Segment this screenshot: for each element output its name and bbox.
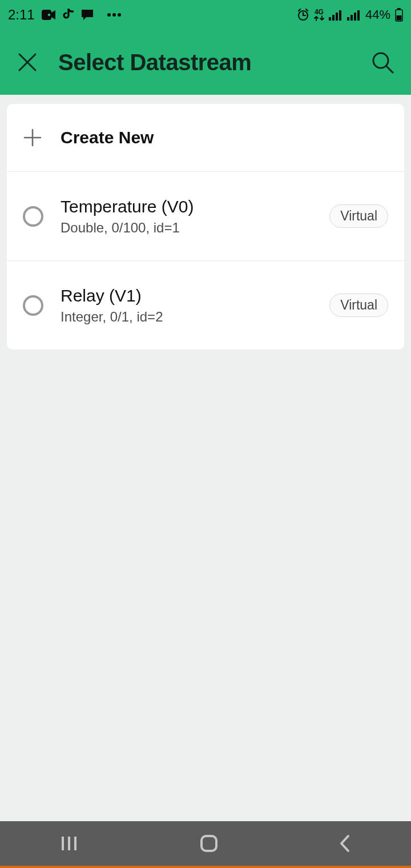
datastream-title: Temperature (V0) (61, 197, 312, 216)
battery-icon (395, 8, 403, 22)
datastream-subtitle: Double, 0/100, id=1 (61, 220, 312, 236)
svg-rect-12 (354, 13, 356, 21)
svg-point-1 (47, 14, 50, 17)
datastream-badge: Virtual (329, 204, 388, 228)
close-icon[interactable] (16, 51, 39, 74)
svg-rect-11 (350, 15, 353, 21)
svg-rect-13 (357, 10, 360, 21)
datastream-badge: Virtual (329, 294, 388, 317)
back-button[interactable] (338, 834, 352, 853)
svg-point-3 (112, 13, 116, 17)
signal-secondary-icon (347, 9, 361, 21)
svg-rect-21 (202, 836, 216, 851)
signal-icon (329, 9, 342, 21)
recents-button[interactable] (59, 835, 80, 852)
status-right: 4G 44% (297, 7, 403, 22)
svg-rect-6 (329, 17, 331, 21)
create-new-row[interactable]: Create New (7, 104, 404, 171)
status-left: 2:11 (8, 7, 122, 23)
svg-rect-18 (62, 837, 64, 850)
tiktok-icon (62, 9, 74, 21)
radio-unselected-icon[interactable] (23, 206, 43, 227)
home-button[interactable] (199, 833, 219, 854)
svg-point-2 (107, 13, 111, 17)
datastream-text: Relay (V1) Integer, 0/1, id=2 (61, 286, 312, 325)
svg-rect-19 (68, 837, 70, 850)
svg-rect-9 (339, 10, 341, 21)
app-header: Select Datastream (0, 30, 411, 95)
datastream-subtitle: Integer, 0/1, id=2 (61, 309, 312, 325)
plus-icon (23, 128, 42, 147)
battery-text: 44% (365, 7, 390, 22)
datastream-list: Create New Temperature (V0) Double, 0/10… (7, 104, 404, 349)
status-bar: 2:11 4G 44% (0, 0, 411, 30)
more-dots-icon (107, 13, 122, 17)
radio-unselected-icon[interactable] (23, 295, 43, 316)
svg-rect-7 (332, 15, 335, 21)
content-area: Create New Temperature (V0) Double, 0/10… (0, 95, 411, 821)
svg-rect-8 (336, 13, 338, 21)
chat-icon (80, 9, 94, 21)
network-type-icon: 4G (314, 9, 324, 21)
datastream-row[interactable]: Temperature (V0) Double, 0/100, id=1 Vir… (7, 171, 404, 260)
svg-rect-16 (397, 15, 402, 21)
alarm-icon (297, 9, 309, 21)
page-title: Select Datastream (58, 50, 251, 75)
svg-rect-10 (347, 17, 349, 21)
status-time: 2:11 (8, 7, 35, 23)
create-new-label: Create New (61, 128, 154, 147)
datastream-title: Relay (V1) (61, 286, 312, 306)
video-icon (42, 10, 55, 20)
datastream-row[interactable]: Relay (V1) Integer, 0/1, id=2 Virtual (7, 260, 404, 349)
system-nav-bar (0, 821, 411, 868)
search-icon[interactable] (370, 50, 395, 75)
svg-rect-20 (74, 837, 76, 850)
svg-point-4 (118, 13, 121, 17)
datastream-text: Temperature (V0) Double, 0/100, id=1 (61, 197, 312, 236)
